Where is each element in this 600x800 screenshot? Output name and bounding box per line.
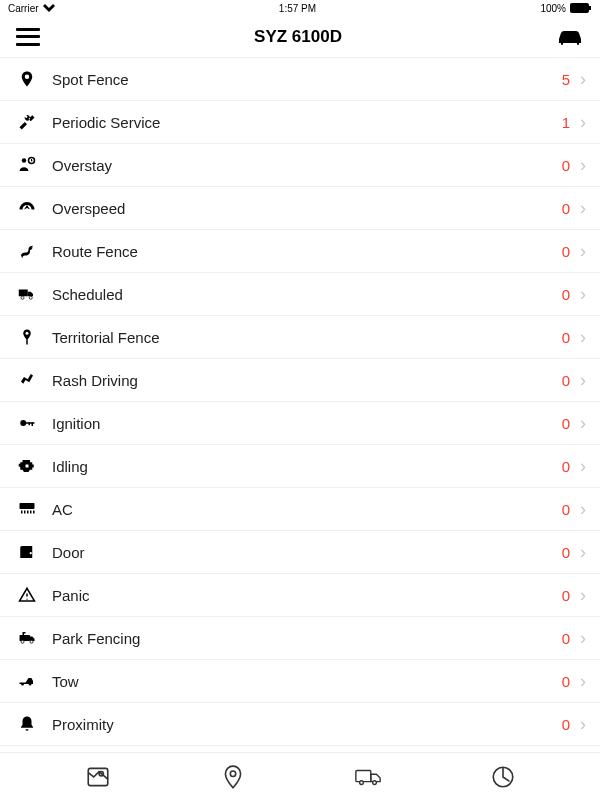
list-row-ac[interactable]: AC0› — [0, 488, 600, 531]
svg-point-7 — [26, 332, 29, 335]
row-label: Rash Driving — [52, 372, 556, 389]
chevron-right-icon: › — [580, 671, 586, 692]
park-fencing-icon — [16, 627, 38, 649]
svg-rect-0 — [570, 3, 589, 13]
row-label: Panic — [52, 587, 556, 604]
list-row-route-fence[interactable]: Route Fence0› — [0, 230, 600, 273]
tab-reports[interactable] — [489, 763, 517, 791]
row-label: AC — [52, 501, 556, 518]
scheduled-icon — [16, 283, 38, 305]
list-row-rash-driving[interactable]: Rash Driving0› — [0, 359, 600, 402]
svg-point-9 — [20, 420, 26, 426]
svg-rect-1 — [589, 6, 591, 10]
row-count: 0 — [556, 587, 570, 604]
overspeed-icon — [16, 197, 38, 219]
row-label: Proximity — [52, 716, 556, 733]
ac-icon — [16, 498, 38, 520]
chevron-right-icon: › — [580, 585, 586, 606]
row-count: 0 — [556, 157, 570, 174]
list-row-overstay[interactable]: Overstay0› — [0, 144, 600, 187]
row-count: 0 — [556, 329, 570, 346]
header: SYZ 6100D — [0, 16, 600, 58]
row-count: 0 — [556, 458, 570, 475]
list-row-door[interactable]: Door0› — [0, 531, 600, 574]
row-label: Overstay — [52, 157, 556, 174]
row-label: Tow — [52, 673, 556, 690]
list-row-spot-fence[interactable]: Spot Fence5› — [0, 58, 600, 101]
chevron-right-icon: › — [580, 69, 586, 90]
list-row-idling[interactable]: Idling0› — [0, 445, 600, 488]
clock-label: 1:57 PM — [279, 3, 316, 14]
page-title: SYZ 6100D — [254, 27, 342, 47]
proximity-icon — [16, 713, 38, 735]
row-label: Overspeed — [52, 200, 556, 217]
row-count: 0 — [556, 415, 570, 432]
row-count: 0 — [556, 243, 570, 260]
menu-button[interactable] — [16, 28, 40, 46]
svg-point-5 — [21, 296, 24, 299]
row-label: Ignition — [52, 415, 556, 432]
carrier-label: Carrier — [8, 3, 39, 14]
svg-rect-13 — [20, 503, 35, 509]
chevron-right-icon: › — [580, 112, 586, 133]
list-row-proximity[interactable]: Proximity0› — [0, 703, 600, 746]
list-row-territorial-fence[interactable]: Territorial Fence0› — [0, 316, 600, 359]
list-row-periodic-service[interactable]: Periodic Service1› — [0, 101, 600, 144]
row-label: Door — [52, 544, 556, 561]
chevron-right-icon: › — [580, 456, 586, 477]
chevron-right-icon: › — [580, 241, 586, 262]
alert-list[interactable]: Spot Fence5›Periodic Service1›Overstay0›… — [0, 58, 600, 752]
rash-driving-icon — [16, 369, 38, 391]
svg-point-2 — [22, 158, 27, 163]
chevron-right-icon: › — [580, 198, 586, 219]
row-label: Scheduled — [52, 286, 556, 303]
tab-bar — [0, 752, 600, 800]
chevron-right-icon: › — [580, 628, 586, 649]
ignition-icon — [16, 412, 38, 434]
tab-map[interactable] — [84, 763, 112, 791]
list-row-scheduled[interactable]: Scheduled0› — [0, 273, 600, 316]
list-row-ignition[interactable]: Ignition0› — [0, 402, 600, 445]
svg-rect-14 — [20, 635, 31, 641]
list-row-park-fencing[interactable]: Park Fencing0› — [0, 617, 600, 660]
row-count: 5 — [556, 71, 570, 88]
row-label: Territorial Fence — [52, 329, 556, 346]
overstay-icon — [16, 154, 38, 176]
chevron-right-icon: › — [580, 155, 586, 176]
svg-point-20 — [230, 771, 235, 776]
route-fence-icon — [16, 240, 38, 262]
row-count: 0 — [556, 673, 570, 690]
spot-fence-icon — [16, 68, 38, 90]
door-icon — [16, 541, 38, 563]
svg-point-16 — [30, 640, 33, 643]
chevron-right-icon: › — [580, 413, 586, 434]
tab-vehicles[interactable] — [354, 763, 382, 791]
svg-point-15 — [21, 640, 24, 643]
row-count: 1 — [556, 114, 570, 131]
territorial-fence-icon — [16, 326, 38, 348]
svg-point-23 — [372, 780, 376, 784]
chevron-right-icon: › — [580, 370, 586, 391]
svg-point-6 — [29, 296, 32, 299]
tow-icon — [16, 670, 38, 692]
list-row-tow[interactable]: Tow0› — [0, 660, 600, 703]
list-row-panic[interactable]: Panic0› — [0, 574, 600, 617]
row-label: Spot Fence — [52, 71, 556, 88]
chevron-right-icon: › — [580, 714, 586, 735]
chevron-right-icon: › — [580, 327, 586, 348]
row-count: 0 — [556, 716, 570, 733]
row-label: Park Fencing — [52, 630, 556, 647]
tab-location[interactable] — [219, 763, 247, 791]
list-row-overspeed[interactable]: Overspeed0› — [0, 187, 600, 230]
periodic-service-icon — [16, 111, 38, 133]
row-count: 0 — [556, 372, 570, 389]
status-bar: Carrier 1:57 PM 100% — [0, 0, 600, 16]
svg-rect-4 — [19, 290, 28, 297]
chevron-right-icon: › — [580, 284, 586, 305]
row-count: 0 — [556, 630, 570, 647]
idling-icon — [16, 455, 38, 477]
svg-rect-21 — [355, 770, 370, 781]
vehicle-icon[interactable] — [556, 28, 584, 46]
battery-label: 100% — [540, 3, 566, 14]
panic-icon — [16, 584, 38, 606]
